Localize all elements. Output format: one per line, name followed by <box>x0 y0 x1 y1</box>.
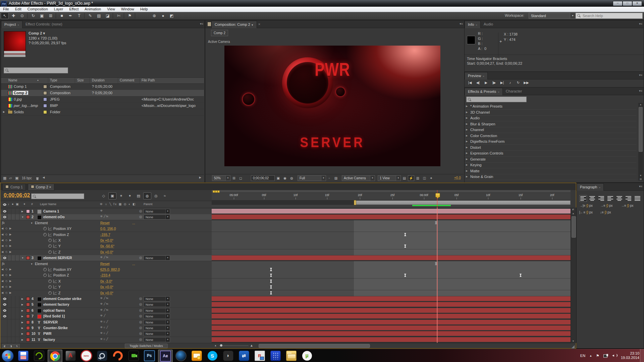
column-comment[interactable]: Comment <box>120 78 134 82</box>
pickwhip-icon[interactable]: ◎ <box>139 302 142 306</box>
stopwatch-icon[interactable] <box>48 250 52 254</box>
options-link[interactable]: ... <box>132 221 135 225</box>
parent-dropdown[interactable]: None▼ <box>144 215 170 220</box>
axis-dot-icon[interactable]: ● <box>159 12 167 19</box>
layer-duration-bar[interactable] <box>212 209 571 214</box>
view-layout-dropdown[interactable]: 1 View▼ <box>378 175 401 181</box>
fast-previews-icon[interactable]: ⚡ <box>408 175 414 181</box>
after-effects[interactable]: Ae <box>158 350 173 362</box>
expand-icon[interactable]: ▶ <box>3 111 5 113</box>
property-row[interactable]: ◀◇▶Y0x -50,6° <box>0 243 212 249</box>
layer-switches[interactable]: Φ ☼ ╱ <box>100 331 108 335</box>
column-file-path[interactable]: File Path <box>142 78 155 82</box>
menu-edit[interactable]: Edit <box>12 7 24 12</box>
teamviewer[interactable]: ⇄ <box>237 350 251 362</box>
live-update-icon[interactable]: ▣ <box>108 192 116 199</box>
workspace-dropdown[interactable]: Standard ▼ <box>529 13 576 19</box>
nvidia[interactable] <box>32 350 46 362</box>
eye-icon[interactable] <box>2 297 7 300</box>
search-help-input[interactable] <box>582 13 642 18</box>
keyframe-diamond[interactable]: ◇ <box>5 227 7 230</box>
keyframe-diamond[interactable]: ◇ <box>5 280 7 283</box>
layer-duration-bar[interactable] <box>212 302 571 307</box>
pickwhip-icon[interactable]: ◎ <box>139 308 142 312</box>
eye-icon[interactable] <box>2 303 7 306</box>
pickwhip-icon[interactable]: ◎ <box>139 326 142 329</box>
start-button[interactable] <box>2 350 14 362</box>
parent-dropdown[interactable]: None▼ <box>144 209 170 214</box>
layer-switches[interactable]: Φ ╱ fx <box>100 215 108 218</box>
first-frame-button[interactable]: |◀ <box>466 80 474 85</box>
toggle-switches-button[interactable]: Toggle Switches / Modes <box>125 344 168 348</box>
axis-free-icon[interactable]: ◩ <box>168 12 176 19</box>
keyframe-nav-icon[interactable]: ◀ <box>1 250 3 253</box>
track-row[interactable] <box>212 232 571 238</box>
layer-row[interactable]: ▶11TfactoryΦ ☼ ╱◎None▼ <box>0 337 212 343</box>
explorer[interactable] <box>284 350 298 362</box>
property-row[interactable]: ◀◇▶Position Z-155,7 <box>0 232 212 238</box>
label-color-chip[interactable] <box>26 297 30 301</box>
layer-switches[interactable]: Φ <box>100 209 102 212</box>
layer-switches[interactable]: Φ ╱ fx <box>100 256 108 259</box>
label-color-chip[interactable] <box>26 303 30 306</box>
track-row[interactable] <box>212 214 571 220</box>
expand-icon[interactable]: ▶ <box>466 175 468 178</box>
timeline-search-input[interactable] <box>37 194 80 199</box>
label-color-chip[interactable] <box>26 256 30 260</box>
keyframe-diamond[interactable]: ◇ <box>5 233 7 236</box>
network-icon[interactable] <box>603 354 608 358</box>
track-row[interactable]: ][ <box>212 261 571 267</box>
close-button[interactable]: ✕ <box>632 1 642 6</box>
tray-expand-icon[interactable]: ▲ <box>589 354 592 357</box>
tab-info[interactable]: Info× <box>465 21 481 28</box>
track-row[interactable] <box>212 290 571 296</box>
expand-icon[interactable]: ▶ <box>466 164 468 166</box>
label-color-chip[interactable] <box>26 209 30 213</box>
layer-duration-bar[interactable] <box>212 308 571 313</box>
layer-duration-bar[interactable] <box>212 215 571 219</box>
left-indent-field[interactable]: →|≡ 0 px <box>579 204 593 207</box>
scroll-down-icon[interactable]: ▼ <box>571 340 575 342</box>
effects-category[interactable]: ▶Audio <box>465 115 636 121</box>
effects-category[interactable]: ▶Noise & Grain <box>465 174 636 180</box>
label-color-chip[interactable] <box>26 332 30 336</box>
zoom-tool[interactable]: ⊙ <box>18 12 26 19</box>
expand-icon[interactable]: ▶ <box>21 210 23 213</box>
keyframe-nav-icon[interactable]: ▶ <box>9 244 11 247</box>
eye-icon[interactable] <box>2 210 7 213</box>
scroll-right-icon[interactable]: ▶ <box>199 176 201 179</box>
space-after-field[interactable]: ↓≡ 0 px <box>600 210 611 214</box>
clock[interactable]: 23:10 19.03.2014 <box>621 351 639 360</box>
stopwatch-icon[interactable] <box>43 233 47 236</box>
comp-timecode[interactable]: 0;00;06;02 <box>251 175 275 181</box>
rotation-tool[interactable]: ↻ <box>29 12 37 19</box>
exposure-value[interactable]: +0,0 <box>454 176 461 180</box>
tab-project[interactable]: Project× <box>1 21 22 28</box>
stopwatch-icon[interactable] <box>48 280 52 283</box>
track-row[interactable] <box>212 243 571 249</box>
keyframe-diamond[interactable]: ◇ <box>5 268 7 271</box>
stopwatch-icon[interactable] <box>48 291 52 295</box>
keyframe-nav-icon[interactable]: ▶ <box>9 280 11 283</box>
panel-menu-icon[interactable]: ▾≡ <box>639 89 642 93</box>
expand-icon[interactable]: ▼ <box>31 263 33 265</box>
outlook[interactable] <box>190 350 204 362</box>
keyframe-nav-icon[interactable]: ▶ <box>9 250 11 253</box>
playhead[interactable] <box>437 190 437 343</box>
expand-icon[interactable]: ▶ <box>466 140 468 143</box>
motion-blur-icon[interactable]: ✶ <box>117 192 125 199</box>
track-row[interactable] <box>212 267 571 273</box>
selection-tool[interactable]: ↖ <box>1 12 9 19</box>
label-color-chip[interactable] <box>43 85 47 88</box>
comp-marker[interactable] <box>213 190 215 193</box>
track-row[interactable] <box>212 325 571 331</box>
graph-icon[interactable] <box>48 233 52 236</box>
shape-tool[interactable]: ■ <box>58 12 66 19</box>
layer-duration-bar[interactable] <box>212 331 571 336</box>
keyframe-nav-icon[interactable]: ◀ <box>1 280 3 283</box>
stopwatch-icon[interactable] <box>43 274 47 277</box>
keyframe-diamond[interactable]: ◇ <box>5 285 7 288</box>
show-desktop-button[interactable] <box>640 349 644 362</box>
adjustment-icon[interactable]: ▤ <box>135 192 143 199</box>
hand-tool[interactable]: ✚ <box>9 12 17 19</box>
